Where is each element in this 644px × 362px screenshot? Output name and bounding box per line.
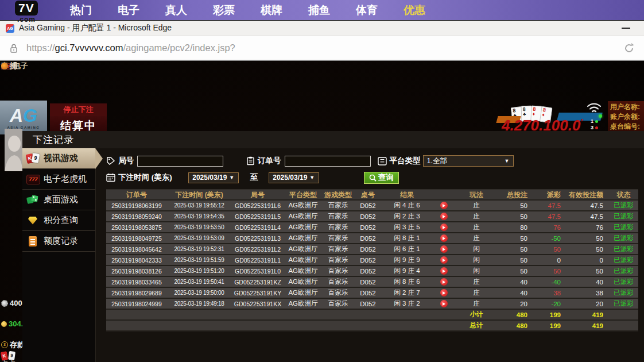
nav-item[interactable]: 优惠 <box>404 3 425 18</box>
play-video-icon[interactable] <box>440 234 448 242</box>
round-label: 局号 <box>106 156 134 166</box>
cell-bet-time: 2025-03-19 19:53:50 <box>167 224 231 230</box>
nav-item[interactable]: 棋牌 <box>261 3 282 18</box>
date-to-picker[interactable]: 2025/03/19 ▼ <box>269 172 319 183</box>
cell-table-no: D052 <box>354 290 382 296</box>
cell-status: 已派彩 <box>609 267 638 275</box>
platform-label: 平台类型 <box>378 156 421 166</box>
column-header: 派彩 <box>532 190 565 200</box>
sidebar-item-icon <box>26 236 40 247</box>
sidebar-item[interactable]: 额度记录 <box>22 231 95 252</box>
play-video-icon[interactable] <box>440 278 448 286</box>
cell-payout: 47.5 <box>532 213 565 220</box>
dealer-avatar <box>5 129 22 171</box>
cell-round-no: GD052253191L0 <box>231 268 284 275</box>
sidebar-item[interactable]: 电子老虎机 <box>22 169 95 190</box>
ag-logo-a: A <box>10 105 23 126</box>
cell-result: 闲 9 庄 4 <box>382 267 432 275</box>
column-header: 玩法 <box>455 190 498 200</box>
cell-order-no: 250319198038126 <box>106 268 167 275</box>
sidebar-item[interactable]: 视讯游戏 <box>22 148 95 169</box>
nav-item[interactable]: 体育 <box>356 3 378 18</box>
cell-payout: 38 <box>532 290 565 296</box>
column-header: 总投注 <box>498 190 532 200</box>
platform-select[interactable]: 1.全部 ▼ <box>423 155 514 167</box>
play-video-icon[interactable] <box>440 267 448 275</box>
column-header: 结果 <box>382 190 432 200</box>
column-header: 有效投注额 <box>565 190 609 200</box>
play-video-icon[interactable] <box>440 213 448 220</box>
filter-row-2: 下注时间 (美东) 2025/03/19 ▼ 至 2025/03/19 ▼ <box>106 171 644 184</box>
cell-platform: AG欧洲厅 <box>284 245 322 253</box>
cell-total-bet: 50 <box>498 257 532 264</box>
play-video-icon[interactable] <box>440 300 448 307</box>
cell-bet-time: 2025-03-19 19:51:20 <box>167 268 231 274</box>
cell-valid-bet: 50 <box>565 246 609 253</box>
cell-valid-bet: 40 <box>565 279 609 286</box>
cell-platform: AG欧洲厅 <box>284 278 322 286</box>
site-logo[interactable]: 7V .com <box>0 0 53 20</box>
column-header: 状态 <box>609 190 638 200</box>
column-header: 订单号 <box>106 190 167 200</box>
date-from-picker[interactable]: 2025/03/19 ▼ <box>188 172 239 183</box>
play-video-icon[interactable] <box>440 289 448 296</box>
cell-platform: AG欧洲厅 <box>284 267 322 275</box>
cell-status: 已派彩 <box>609 299 638 308</box>
user-info-label: 桌台编号: <box>610 122 644 132</box>
total-bet: 480 <box>498 322 532 329</box>
play-video-icon[interactable] <box>440 245 448 253</box>
window-title: Asia Gaming - 用户配置 1 - Microsoft Edge <box>19 23 172 33</box>
order-input[interactable] <box>285 156 371 167</box>
table-row: 250319198045642 2025-03-19 19:52:31 GD05… <box>106 244 638 255</box>
cell-game-type: 百家乐 <box>322 299 354 308</box>
cell-game-type: 百家乐 <box>322 288 354 297</box>
cell-order-no: 250319198042333 <box>106 257 167 264</box>
cell-round-no: GD052253191L2 <box>231 246 284 253</box>
minimize-icon[interactable] <box>622 28 630 29</box>
nav-item[interactable]: 彩票 <box>213 3 235 18</box>
play-video-icon[interactable] <box>440 202 448 209</box>
play-video-icon[interactable] <box>440 256 448 264</box>
chevron-down-icon: ▼ <box>229 175 234 180</box>
sidebar-item[interactable]: 桌面游戏 <box>22 190 95 210</box>
cell-payout: 76 <box>532 224 565 231</box>
cell-table-no: D052 <box>354 235 382 242</box>
cell-platform: AG欧洲厅 <box>284 299 322 308</box>
subtotal-label: 小计 <box>455 310 498 319</box>
cell-bet-time: 2025-03-19 19:55:12 <box>167 202 231 209</box>
sidebar-item[interactable]: 积分查询 <box>22 210 95 231</box>
subtotal-valid: 419 <box>565 311 609 318</box>
cell-result: 闲 8 庄 1 <box>382 234 432 242</box>
bet-time-label: 下注时间 (美东) <box>106 172 172 183</box>
nav-item[interactable]: 捕鱼 <box>308 3 330 18</box>
round-input[interactable] <box>137 156 223 167</box>
cell-order-no: 250319198049725 <box>106 235 167 242</box>
user-info-labels: 用户名称: 账户余额: 桌台编号: <box>608 101 644 133</box>
column-header: 游戏类型 <box>322 190 354 200</box>
url-text[interactable]: https://gci.7vvvvvv.com/agingame/pcv2/in… <box>26 43 235 53</box>
nav-item[interactable]: 真人 <box>165 3 187 18</box>
cell-game-type: 百家乐 <box>322 256 354 264</box>
play-video-icon[interactable] <box>440 224 448 231</box>
table-row: 250319198033465 2025-03-19 19:50:41 GD05… <box>106 277 638 288</box>
cell-result: 闲 3 庄 2 <box>382 299 432 308</box>
cell-total-bet: 40 <box>498 290 532 296</box>
cell-bet-time: 2025-03-19 19:49:18 <box>167 301 231 307</box>
order-label: 订单号 <box>246 156 281 166</box>
refresh-icon[interactable] <box>623 43 635 54</box>
cell-play-type: 闲 <box>455 267 498 275</box>
cell-valid-bet: 38 <box>565 290 609 296</box>
cell-payout: 50 <box>532 268 565 275</box>
cell-order-no: 250319198029689 <box>106 290 167 296</box>
nav-item[interactable]: 电子 <box>118 3 139 18</box>
cell-play-type: 庄 <box>455 201 498 210</box>
table-row: 250319198053875 2025-03-19 19:53:50 GD05… <box>106 222 638 233</box>
nav-item[interactable]: 热门 <box>70 3 92 18</box>
cell-total-bet: 50 <box>498 213 532 220</box>
clipboard-icon <box>246 156 255 165</box>
cell-payout: 50 <box>532 246 565 253</box>
game-background: AG ASIA GAMING 停止下注 结算中 4003 304. 存款 卡卡 … <box>0 61 644 362</box>
bet-records-table: 订单号 下注时间 (美东) 局号 平台类型 游戏类型 桌号 <box>106 190 638 332</box>
table-row: 250319198063199 2025-03-19 19:55:12 GD05… <box>106 201 638 211</box>
search-button[interactable]: 查询 <box>364 172 399 184</box>
